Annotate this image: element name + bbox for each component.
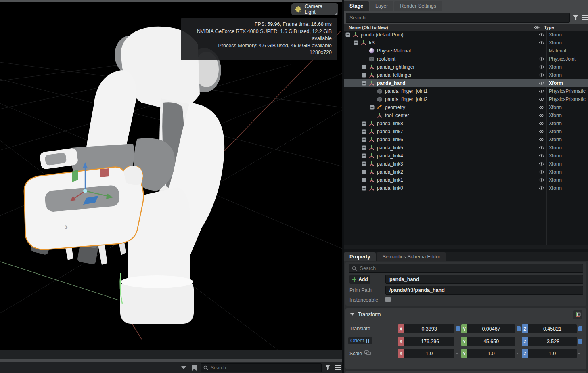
translate-z-field[interactable]: 0.45821 [528, 324, 577, 333]
stage-search-box[interactable] [346, 13, 570, 23]
property-search-box[interactable] [349, 264, 583, 273]
tree-row-panda-rightfinger[interactable]: panda_rightfingerXform [344, 63, 588, 71]
collapse-icon[interactable] [354, 40, 359, 46]
next-section-stub[interactable] [345, 371, 586, 373]
tab-stage[interactable]: Stage [344, 1, 369, 11]
scale-y-field[interactable]: 1.0 [467, 349, 515, 358]
panel-divider[interactable] [0, 359, 342, 362]
tree-row-fr3[interactable]: fr3Xform [344, 39, 588, 47]
visibility-eye-icon[interactable] [537, 130, 546, 134]
visibility-eye-icon[interactable] [537, 57, 546, 61]
orient-z-field[interactable]: -3.528 [528, 337, 577, 346]
expand-icon[interactable] [362, 65, 367, 70]
tree-row-panda-finger-joint1[interactable]: panda_finger_joint1PhysicsPrismatic [344, 87, 588, 95]
tree-row-rootjoint[interactable]: rootJointPhysicsJoint [344, 55, 588, 63]
value-override-marker[interactable] [456, 326, 460, 331]
transform-space-button[interactable] [573, 310, 582, 319]
expand-icon[interactable] [362, 121, 367, 126]
expand-icon[interactable] [362, 153, 367, 159]
tree-row-panda-link8[interactable]: panda_link8Xform [344, 119, 588, 128]
scale-link-icon[interactable] [364, 350, 371, 356]
tree-row-panda-link6[interactable]: panda_link6Xform [344, 136, 588, 144]
property-search-input[interactable] [360, 266, 580, 271]
tree-row-panda-link2[interactable]: panda_link2Xform [344, 168, 588, 176]
orient-y-badge[interactable]: Y [461, 337, 467, 346]
translate-y-field[interactable]: 0.00467 [467, 324, 515, 333]
content-search-box[interactable] [201, 363, 322, 372]
stage-scrollbar-track[interactable] [344, 245, 588, 249]
translate-x-field[interactable]: 0.3893 [404, 324, 454, 333]
options-menu-icon[interactable] [335, 365, 341, 370]
visibility-eye-icon[interactable] [537, 178, 546, 182]
visibility-eye-icon[interactable] [537, 154, 546, 158]
value-override-marker[interactable] [578, 326, 582, 331]
add-property-button[interactable]: Add [349, 275, 370, 284]
orient-y-field[interactable]: 45.659 [467, 337, 515, 346]
visibility-eye-icon[interactable] [537, 105, 546, 109]
camera-light-button[interactable]: Camera Light [291, 3, 338, 15]
tree-row-panda-defaultprim-[interactable]: panda (defaultPrim)Xform [344, 31, 588, 39]
orient-x-field[interactable]: -179.296 [404, 337, 454, 346]
tree-row-physicsmaterial[interactable]: PhysicsMaterialMaterial [344, 47, 588, 55]
expand-icon[interactable] [362, 170, 367, 175]
visibility-eye-icon[interactable] [537, 81, 546, 85]
value-override-marker[interactable] [578, 339, 582, 344]
viewport-3d[interactable]: FPS: 59.96, Frame time: 16.68 ms NVIDIA … [0, 0, 342, 350]
translate-x-badge[interactable]: X [398, 324, 404, 333]
visibility-eye-icon[interactable] [537, 89, 546, 93]
value-override-marker[interactable] [517, 326, 521, 331]
prim-name-field[interactable]: panda_hand [385, 275, 583, 284]
expand-icon[interactable] [362, 145, 367, 151]
scale-x-field[interactable]: 1.0 [404, 349, 454, 358]
tree-row-panda-link3[interactable]: panda_link3Xform [344, 160, 588, 168]
tree-row-panda-link7[interactable]: panda_link7Xform [344, 128, 588, 136]
tab-render-settings[interactable]: Render Settings [394, 1, 442, 11]
expand-icon[interactable] [362, 129, 367, 134]
stage-search-input[interactable] [349, 15, 566, 21]
expand-icon[interactable] [362, 178, 367, 183]
scale-y-badge[interactable]: Y [461, 349, 467, 358]
orient-z-badge[interactable]: Z [522, 337, 528, 346]
visibility-eye-icon[interactable] [537, 122, 546, 126]
tree-row-panda-hand[interactable]: panda_handXform [344, 79, 588, 87]
visibility-eye-icon[interactable] [537, 162, 546, 166]
scale-z-badge[interactable]: Z [522, 349, 528, 358]
tab-layer[interactable]: Layer [370, 1, 393, 11]
collapse-caret-icon[interactable] [181, 366, 186, 369]
expand-icon[interactable] [362, 73, 367, 78]
tree-row-panda-link0[interactable]: panda_link0Xform [344, 184, 588, 192]
filter-icon[interactable] [325, 365, 331, 371]
visibility-eye-icon[interactable] [537, 65, 546, 69]
collapse-icon[interactable] [345, 32, 351, 38]
scale-x-badge[interactable]: X [398, 349, 404, 358]
viewport-expand-chevron-icon[interactable]: › [65, 221, 68, 233]
stage-options-menu-icon[interactable] [582, 15, 588, 20]
expand-icon[interactable] [362, 137, 367, 142]
expand-icon[interactable] [370, 105, 375, 110]
tree-row-panda-leftfinger[interactable]: panda_leftfingerXform [344, 71, 588, 79]
translate-z-badge[interactable]: Z [522, 324, 528, 333]
bookmark-icon[interactable] [192, 365, 197, 371]
content-search-input[interactable] [211, 365, 308, 371]
expand-icon[interactable] [362, 161, 367, 167]
translate-y-badge[interactable]: Y [461, 324, 467, 333]
visibility-eye-icon[interactable] [537, 73, 546, 77]
column-header-name[interactable]: Name (Old to New) [344, 25, 532, 30]
tree-row-panda-link5[interactable]: panda_link5Xform [344, 144, 588, 152]
tab-semantics-schema-editor[interactable]: Semantics Schema Editor [377, 252, 446, 261]
expand-icon[interactable] [362, 186, 367, 191]
visibility-eye-icon[interactable] [537, 170, 546, 174]
collapse-icon[interactable] [362, 81, 367, 86]
tree-row-panda-finger-joint2[interactable]: panda_finger_joint2PhysicsPrismatic [344, 95, 588, 103]
instanceable-checkbox[interactable] [385, 297, 391, 302]
orient-x-badge[interactable]: X [398, 337, 404, 346]
transform-section-header[interactable]: Transform [350, 312, 381, 317]
visibility-eye-icon[interactable] [537, 186, 546, 190]
scale-z-field[interactable]: 1.0 [528, 349, 577, 358]
visibility-eye-icon[interactable] [537, 113, 546, 117]
visibility-eye-icon[interactable] [537, 146, 546, 150]
tree-row-panda-link1[interactable]: panda_link1Xform [344, 176, 588, 184]
tab-property[interactable]: Property [344, 252, 376, 261]
tree-row-tool-center[interactable]: tool_centerXform [344, 111, 588, 119]
visibility-eye-icon[interactable] [537, 33, 546, 37]
